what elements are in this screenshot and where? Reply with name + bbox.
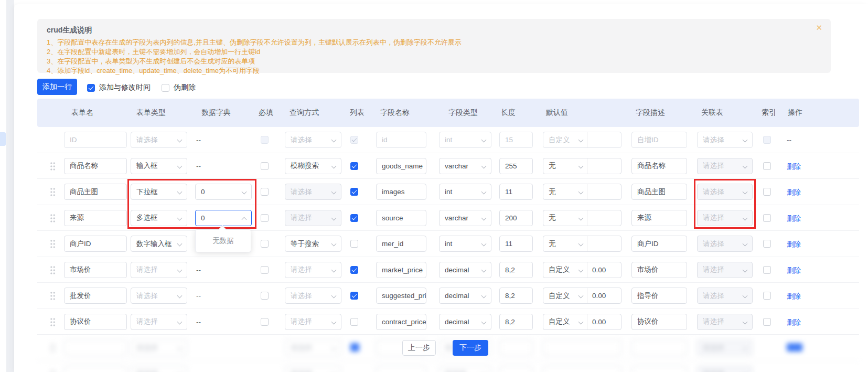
field-type-select[interactable]: decimal xyxy=(439,288,491,304)
default-mode-select[interactable]: 自定义 xyxy=(543,288,587,303)
list-checkbox[interactable] xyxy=(350,266,358,274)
form-type-select[interactable]: 请选择 xyxy=(131,339,187,356)
required-checkbox[interactable] xyxy=(261,162,269,170)
query-type-select[interactable]: 请选择 xyxy=(285,314,341,330)
form-type-select[interactable]: 输入框 xyxy=(131,158,187,174)
form-name-input[interactable]: 商户ID xyxy=(64,236,127,252)
field-type-select[interactable]: int xyxy=(439,184,491,200)
required-checkbox[interactable] xyxy=(261,266,269,274)
delete-link[interactable]: 删除 xyxy=(787,162,801,172)
default-value-input[interactable]: 0.00 xyxy=(587,266,621,274)
list-checkbox[interactable] xyxy=(350,240,358,248)
index-checkbox[interactable] xyxy=(763,162,771,170)
delete-link[interactable]: 删除 xyxy=(787,240,801,249)
field-type-select[interactable]: 请选择 xyxy=(439,366,491,372)
checkbox-unchecked-icon[interactable] xyxy=(162,84,169,92)
list-checkbox[interactable] xyxy=(350,292,358,300)
drag-handle-icon[interactable] xyxy=(50,291,56,300)
delete-link[interactable]: 删除 xyxy=(787,214,801,224)
length-input[interactable]: 8,2 xyxy=(499,288,533,304)
query-type-select[interactable]: 请选择 xyxy=(285,339,341,356)
default-mode-select[interactable]: 自定义 xyxy=(543,262,587,278)
default-value-input[interactable]: 0.00 xyxy=(587,292,621,300)
list-checkbox[interactable] xyxy=(350,318,358,326)
index-checkbox[interactable] xyxy=(763,266,771,274)
index-checkbox[interactable] xyxy=(763,292,771,300)
default-value-group[interactable]: 无 xyxy=(543,210,621,226)
field-type-select[interactable]: decimal xyxy=(439,262,491,278)
query-type-select[interactable]: 请选择 xyxy=(285,288,341,304)
default-value-group[interactable]: 无 xyxy=(543,158,621,174)
default-mode-select[interactable]: 无 xyxy=(543,236,587,251)
field-name-input[interactable]: contract_price xyxy=(376,314,426,330)
form-name-input[interactable]: 市场价 xyxy=(64,262,127,278)
checkbox-checked-icon[interactable] xyxy=(87,84,95,92)
default-value-group[interactable]: 自定义0.00 xyxy=(543,314,621,330)
field-desc-input[interactable]: 来源 xyxy=(631,210,687,226)
query-type-select[interactable]: 请选择 xyxy=(285,366,341,372)
form-type-select[interactable]: 请选择 xyxy=(131,262,187,278)
default-value-group[interactable]: 自定义0.00 xyxy=(543,262,621,278)
left-edge-tab[interactable] xyxy=(0,132,6,146)
drag-handle-icon[interactable] xyxy=(50,265,56,274)
field-name-input[interactable]: goods_name xyxy=(376,158,426,174)
delete-link[interactable]: 删除 xyxy=(787,292,801,301)
field-desc-input[interactable]: 商户ID xyxy=(631,236,687,252)
drag-handle-icon[interactable] xyxy=(50,187,56,196)
field-desc-input[interactable]: 市场价 xyxy=(631,262,687,278)
field-desc-input[interactable]: 协议价 xyxy=(631,314,687,330)
add-row-button[interactable]: 添加一行 xyxy=(37,79,77,95)
list-checkbox[interactable] xyxy=(350,214,358,222)
field-name-input[interactable]: suggested_price xyxy=(376,288,426,304)
length-input[interactable]: 255 xyxy=(499,158,533,174)
required-checkbox[interactable] xyxy=(261,292,269,300)
field-desc-input[interactable]: 指导价 xyxy=(631,288,687,304)
default-value-group[interactable]: 无 xyxy=(543,184,621,200)
default-value-input[interactable]: 0.00 xyxy=(587,318,621,326)
form-type-select[interactable]: 请选择 xyxy=(131,366,187,372)
prev-step-button[interactable]: 上一步 xyxy=(402,340,436,356)
default-mode-select[interactable]: 无 xyxy=(543,184,587,199)
form-type-select[interactable]: 数字输入框 xyxy=(131,236,187,252)
length-input[interactable]: 8,2 xyxy=(499,314,533,330)
delete-link[interactable]: 删除 xyxy=(787,266,801,275)
default-value-group[interactable]: 自定义0.00 xyxy=(543,288,621,304)
field-name-input[interactable]: images xyxy=(376,184,426,200)
form-type-select[interactable]: 请选择 xyxy=(131,314,187,330)
form-name-input[interactable]: 商品主图 xyxy=(64,184,127,200)
time-fields-checkbox[interactable]: 添加与修改时间 xyxy=(87,83,151,92)
soft-delete-checkbox[interactable]: 伪删除 xyxy=(162,83,196,92)
form-name-input[interactable]: 来源 xyxy=(64,210,127,226)
list-checkbox[interactable] xyxy=(350,162,358,170)
required-checkbox[interactable] xyxy=(261,240,269,248)
query-type-select[interactable]: 模糊搜索 xyxy=(285,158,341,174)
form-name-input[interactable]: 协议价 xyxy=(64,314,127,330)
default-mode-select[interactable]: 自定义 xyxy=(543,314,587,330)
left-scroll-strip[interactable] xyxy=(6,0,14,372)
default-mode-select[interactable]: 无 xyxy=(543,158,587,174)
drag-handle-icon[interactable] xyxy=(50,214,56,222)
field-name-input[interactable]: source xyxy=(376,210,426,226)
drag-handle-icon[interactable] xyxy=(50,239,56,248)
drag-handle-icon[interactable] xyxy=(50,162,56,171)
query-type-select[interactable]: 等于搜索 xyxy=(285,236,341,252)
form-type-select[interactable]: 请选择 xyxy=(131,288,187,304)
delete-link[interactable]: 删除 xyxy=(787,188,801,197)
form-name-input[interactable]: 批发价 xyxy=(64,288,127,304)
field-name-input[interactable]: mer_id xyxy=(376,236,426,252)
length-input[interactable]: 11 xyxy=(499,236,533,252)
index-checkbox[interactable] xyxy=(763,240,771,248)
index-checkbox[interactable] xyxy=(763,214,771,222)
delete-link[interactable]: 删除 xyxy=(787,318,801,327)
field-type-select[interactable]: varchar xyxy=(439,158,491,174)
query-type-select[interactable]: 请选择 xyxy=(285,262,341,278)
index-checkbox[interactable] xyxy=(763,318,771,326)
field-type-select[interactable]: decimal xyxy=(439,314,491,330)
form-name-input[interactable]: 商品名称 xyxy=(64,158,127,174)
default-value-group[interactable]: 无 xyxy=(543,236,621,252)
default-mode-select[interactable]: 无 xyxy=(543,210,587,226)
field-desc-input[interactable]: 商品主图 xyxy=(631,184,687,200)
field-type-select[interactable]: int xyxy=(439,236,491,252)
length-input[interactable]: 8,2 xyxy=(499,262,533,278)
index-checkbox[interactable] xyxy=(763,188,771,196)
